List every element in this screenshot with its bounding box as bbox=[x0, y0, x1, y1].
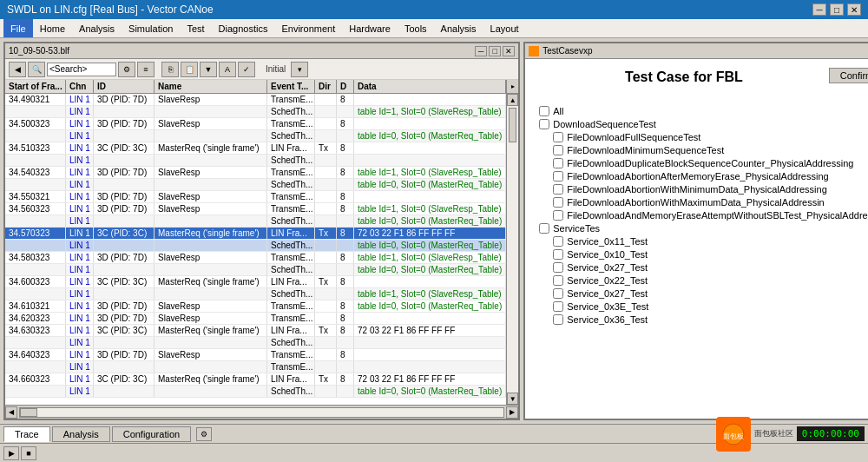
item-checkbox[interactable] bbox=[553, 210, 563, 221]
scroll-thumb[interactable] bbox=[509, 108, 516, 142]
item-checkbox[interactable] bbox=[553, 275, 563, 286]
item-checkbox[interactable] bbox=[553, 132, 563, 142]
toolbar-mark-btn[interactable]: ✓ bbox=[238, 62, 255, 77]
table-row[interactable]: LIN 1 SchedTh... table Id=0, Slot=0 (Mas… bbox=[5, 179, 506, 191]
cell-chn: LIN 1 bbox=[66, 155, 94, 166]
table-row[interactable]: 34.630323 LIN 1 3C (PID: 3C) MasterReq (… bbox=[5, 325, 506, 337]
col-header-chn[interactable]: Chn bbox=[66, 80, 94, 93]
menu-hardware[interactable]: Hardware bbox=[342, 19, 398, 37]
trace-min-btn[interactable]: ─ bbox=[475, 46, 487, 56]
table-row[interactable]: 34.580323 LIN 1 3D (PID: 7D) SlaveResp T… bbox=[5, 252, 506, 264]
search-input[interactable] bbox=[47, 63, 116, 76]
table-row[interactable]: 34.490321 LIN 1 3D (PID: 7D) SlaveResp T… bbox=[5, 94, 506, 106]
toolbar-btn1[interactable]: ⚙ bbox=[118, 62, 135, 77]
col-header-data[interactable]: Data bbox=[354, 80, 506, 93]
col-header-d[interactable]: D bbox=[337, 80, 354, 93]
hscroll-thumb[interactable] bbox=[20, 408, 37, 417]
table-row[interactable]: 34.540323 LIN 1 3D (PID: 7D) SlaveResp T… bbox=[5, 167, 506, 179]
item-checkbox[interactable] bbox=[553, 288, 563, 299]
table-row[interactable]: 34.500323 LIN 1 3D (PID: 7D) SlaveResp T… bbox=[5, 118, 506, 130]
table-row[interactable]: LIN 1 SchedTh... table Id=0, Slot=0 (Mas… bbox=[5, 386, 506, 398]
minimize-button[interactable]: ─ bbox=[812, 3, 826, 16]
table-row[interactable]: 34.510323 LIN 1 3C (PID: 3C) MasterReq (… bbox=[5, 142, 506, 155]
toolbar-a-btn[interactable]: A bbox=[219, 62, 236, 77]
toolbar-back-btn[interactable]: ◀ bbox=[9, 62, 26, 77]
menu-simulation[interactable]: Simulation bbox=[122, 19, 180, 37]
table-row[interactable]: 34.600323 LIN 1 3C (PID: 3C) MasterReq (… bbox=[5, 276, 506, 288]
table-row[interactable]: LIN 1 SchedTh... table Id=0, Slot=0 (Mas… bbox=[5, 240, 506, 252]
scroll-track[interactable] bbox=[507, 106, 518, 393]
col-header-time[interactable]: Start of Fra... bbox=[5, 80, 66, 93]
trace-max-btn[interactable]: □ bbox=[489, 46, 501, 56]
menu-diagnostics[interactable]: Diagnostics bbox=[212, 19, 275, 37]
toolbar-search-btn[interactable]: 🔍 bbox=[28, 62, 45, 77]
table-row[interactable]: 34.610321 LIN 1 3D (PID: 7D) SlaveResp T… bbox=[5, 300, 506, 313]
cell-id: 3D (PID: 7D) bbox=[94, 313, 155, 324]
menu-analysis[interactable]: Analysis bbox=[72, 19, 122, 37]
scroll-up-btn[interactable]: ▲ bbox=[507, 94, 518, 106]
col-header-event[interactable]: Event T... bbox=[267, 80, 315, 93]
menu-layout[interactable]: Layout bbox=[483, 19, 526, 37]
table-row-selected[interactable]: 34.570323 LIN 1 3C (PID: 3C) MasterReq (… bbox=[5, 228, 506, 240]
col-header-id[interactable]: ID bbox=[94, 80, 155, 93]
cell-data: table Id=1, Slot=0 (SlaveResp_Table) bbox=[354, 203, 506, 214]
table-row[interactable]: 34.620323 LIN 1 3D (PID: 7D) SlaveResp T… bbox=[5, 313, 506, 325]
toolbar-drop-btn[interactable]: ▾ bbox=[291, 62, 308, 77]
hscroll-left-btn[interactable]: ◀ bbox=[5, 406, 17, 419]
all-checkbox[interactable] bbox=[539, 106, 549, 116]
group2-checkbox[interactable] bbox=[539, 223, 549, 234]
item-checkbox[interactable] bbox=[553, 314, 563, 325]
col-expand-btn[interactable]: ▸ bbox=[506, 80, 518, 93]
tab-trace[interactable]: Trace bbox=[3, 426, 50, 442]
tab-analysis[interactable]: Analysis bbox=[52, 426, 110, 442]
hscroll-track[interactable] bbox=[19, 407, 504, 418]
group1-checkbox[interactable] bbox=[539, 119, 549, 129]
tab-configuration[interactable]: Configuration bbox=[112, 426, 191, 442]
cell-time: 34.550321 bbox=[5, 191, 66, 202]
table-row[interactable]: 34.640323 LIN 1 3D (PID: 7D) SlaveResp T… bbox=[5, 349, 506, 361]
menu-file[interactable]: File bbox=[3, 19, 33, 37]
table-row[interactable]: 34.560323 LIN 1 3D (PID: 7D) SlaveResp T… bbox=[5, 203, 506, 215]
table-row[interactable]: LIN 1 SchedTh... bbox=[5, 337, 506, 349]
status-stop-btn[interactable]: ■ bbox=[21, 446, 36, 460]
item-checkbox[interactable] bbox=[553, 236, 563, 247]
table-row[interactable]: LIN 1 TransmE... bbox=[5, 361, 506, 373]
table-row[interactable]: LIN 1 SchedTh... table Id=1, Slot=0 (Sla… bbox=[5, 288, 506, 300]
restore-button[interactable]: □ bbox=[830, 3, 844, 16]
toolbar-btn2[interactable]: ≡ bbox=[137, 62, 155, 77]
item-label: Service_0x22_Test bbox=[567, 275, 648, 286]
item-checkbox[interactable] bbox=[553, 184, 563, 195]
item-checkbox[interactable] bbox=[553, 249, 563, 260]
table-row[interactable]: LIN 1 SchedTh... bbox=[5, 155, 506, 167]
cell-name: SlaveResp bbox=[155, 252, 267, 263]
confirm-button[interactable]: Confirm bbox=[829, 68, 868, 83]
table-row[interactable]: 34.660323 LIN 1 3C (PID: 3C) MasterReq (… bbox=[5, 373, 506, 386]
col-header-dir[interactable]: Dir bbox=[315, 80, 337, 93]
table-row[interactable]: LIN 1 SchedTh... table Id=0, Slot=0 (Mas… bbox=[5, 264, 506, 276]
close-button[interactable]: ✕ bbox=[847, 3, 861, 16]
menu-analysis2[interactable]: Analysis bbox=[434, 19, 483, 37]
tab-add-btn[interactable]: ⚙ bbox=[196, 427, 212, 441]
item-checkbox[interactable] bbox=[553, 171, 563, 182]
table-row[interactable]: 34.550321 LIN 1 3D (PID: 7D) SlaveResp T… bbox=[5, 191, 506, 203]
toolbar-filter-btn[interactable]: ▼ bbox=[200, 62, 217, 77]
item-checkbox[interactable] bbox=[553, 197, 563, 208]
item-checkbox[interactable] bbox=[553, 145, 563, 155]
scroll-down-btn[interactable]: ▼ bbox=[507, 393, 518, 405]
toolbar-copy-btn[interactable]: ⎘ bbox=[161, 62, 179, 77]
toolbar-paste-btn[interactable]: 📋 bbox=[181, 62, 198, 77]
trace-close-btn[interactable]: ✕ bbox=[503, 46, 515, 56]
hscroll-right-btn[interactable]: ▶ bbox=[506, 406, 518, 419]
item-checkbox[interactable] bbox=[553, 301, 563, 312]
item-checkbox[interactable] bbox=[553, 262, 563, 273]
table-row[interactable]: LIN 1 SchedTh... table Id=1, Slot=0 (Sla… bbox=[5, 106, 506, 118]
item-checkbox[interactable] bbox=[553, 158, 563, 168]
table-row[interactable]: LIN 1 SchedTh... table Id=0, Slot=0 (Mas… bbox=[5, 130, 506, 142]
status-play-btn[interactable]: ▶ bbox=[3, 446, 19, 460]
table-row[interactable]: LIN 1 SchedTh... table Id=0, Slot=0 (Mas… bbox=[5, 215, 506, 228]
menu-home[interactable]: Home bbox=[33, 19, 72, 37]
menu-environment[interactable]: Environment bbox=[274, 19, 342, 37]
menu-tools[interactable]: Tools bbox=[398, 19, 434, 37]
col-header-name[interactable]: Name bbox=[155, 80, 267, 93]
menu-test[interactable]: Test bbox=[180, 19, 211, 37]
